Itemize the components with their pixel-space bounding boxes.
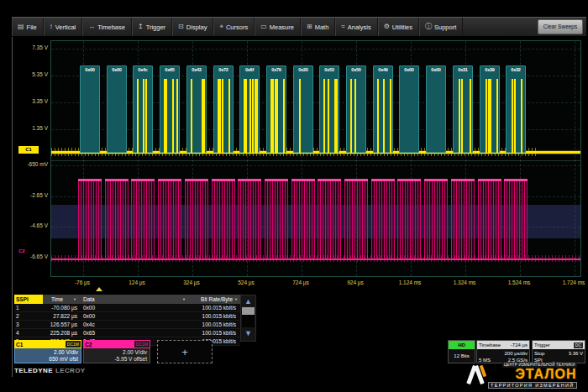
menu-label-utilities: Utilities: [392, 24, 412, 31]
table-row[interactable]: 4225.208 µs0x65100.015 kbit/s: [14, 329, 240, 337]
table-row[interactable]: 3126.557 µs0x4c100.015 kbit/s: [14, 321, 240, 329]
add-channel-button[interactable]: +: [157, 340, 213, 363]
grid-divider: [51, 160, 580, 161]
c1-descriptor-header: C1 DC1M: [14, 340, 81, 348]
c1-data-spike: [323, 79, 325, 153]
gear-icon: ⚙: [384, 24, 390, 30]
c1-data-spike: [459, 79, 460, 153]
gridline-horizontal: [51, 102, 580, 103]
c1-data-spike: [496, 79, 498, 153]
column-header-data[interactable]: Data▼: [77, 295, 186, 304]
trigger-position-marker[interactable]: [96, 287, 102, 291]
x-axis-tick-label: 324 µs: [183, 280, 200, 285]
c1-data-spike: [336, 79, 338, 153]
clear-sweeps-button[interactable]: Clear Sweeps: [538, 19, 583, 34]
y-axis-tick-label: -2.65 V: [12, 192, 48, 198]
cell-index: 4: [14, 330, 43, 336]
spi-decode-byte-value: 0x00: [108, 67, 126, 72]
sort-arrow-icon[interactable]: ▼: [73, 297, 76, 301]
spi-decode-byte-value: 0x00: [81, 67, 99, 72]
c2-clock-burst: [291, 179, 315, 259]
menu-item-support[interactable]: ⓘSupport: [419, 18, 463, 36]
c1-data-spike: [256, 79, 258, 153]
c2-channel-tag[interactable]: C2: [18, 248, 25, 253]
watermark-brand: ЭТАЛОН: [515, 368, 576, 382]
table-row[interactable]: 1-70.080 µs0x00100.015 kbit/s: [14, 304, 240, 312]
c2-clock-burst: [424, 179, 448, 259]
menu-item-trigger[interactable]: ↥Trigger: [132, 18, 172, 36]
table-scrollbar[interactable]: ▲ ▼: [240, 295, 256, 342]
y-axis-tick-label: 7.35 V: [12, 44, 48, 50]
decode-table-header[interactable]: SSPITime▼Data▼Bit Rate/Byte▼: [14, 295, 240, 304]
menu-bar: ▤File↕Vertical↔Timebase↥Trigger⊡Display⌖…: [12, 17, 586, 37]
c1-data-spike: [470, 79, 471, 153]
timebase-delay: -724 µs: [511, 342, 528, 348]
scroll-up-icon[interactable]: ▲: [241, 295, 255, 307]
hd-header: HD: [449, 341, 475, 349]
trigger-edge-icon: ↥: [138, 24, 144, 30]
menu-label-file: File: [27, 24, 37, 31]
menu-item-utilities[interactable]: ⚙Utilities: [378, 18, 419, 36]
c2-clock-burst: [158, 179, 181, 259]
c1-data-spike: [390, 79, 391, 153]
c1-data-spike: [228, 79, 230, 153]
c2-settings: 2.00 V/div -5.95 V offset: [83, 348, 150, 363]
spi-decode-byte-box: 0x00: [426, 65, 446, 153]
menu-item-cursors[interactable]: ⌖Cursors: [213, 18, 255, 36]
y-axis-tick-label: -6.65 V: [12, 253, 48, 259]
c1-data-spike: [219, 79, 221, 153]
menu-label-cursors: Cursors: [226, 24, 248, 31]
cell-data: 0x00: [77, 305, 186, 311]
cell-data: 0x4c: [77, 321, 186, 327]
menu-item-analysis[interactable]: ≈Analysis: [335, 18, 377, 36]
cell-data: 0x65: [77, 330, 186, 336]
spi-decode-table[interactable]: SSPITime▼Data▼Bit Rate/Byte▼ 1-70.080 µs…: [14, 295, 240, 346]
column-header-bit-rate-byte[interactable]: Bit Rate/Byte▼: [186, 295, 240, 304]
gridline-horizontal: [51, 49, 580, 50]
menu-item-file[interactable]: ▤File: [12, 18, 44, 36]
plus-icon: +: [181, 346, 188, 358]
c2-clock-burst: [371, 179, 395, 259]
table-row[interactable]: 227.822 µs0x00100.015 kbit/s: [14, 312, 240, 321]
spi-decode-byte-value: 0x00: [427, 67, 445, 72]
c1-data-spike: [272, 79, 274, 153]
menu-item-timebase[interactable]: ↔Timebase: [82, 18, 132, 36]
c1-data-spike: [191, 79, 192, 153]
c1-data-spike: [249, 79, 251, 153]
c1-data-spike: [137, 79, 139, 153]
ruler-icon: ▭: [260, 24, 267, 30]
sort-arrow-icon[interactable]: ▼: [234, 297, 238, 301]
x-axis-tick-label: 1.524 ms: [508, 280, 531, 285]
c1-data-spike: [354, 79, 356, 153]
c1-descriptor-box[interactable]: C1 DC1M 2.00 V/div 650 mV ofst: [14, 340, 81, 363]
trigger-header: Trigger DC: [533, 341, 585, 349]
x-axis-tick-label: 924 µs: [347, 280, 364, 285]
c2-descriptor-header: C2 DC1M: [83, 340, 150, 348]
spi-decode-byte-box: 0x32: [506, 65, 526, 153]
c1-data-spike: [176, 79, 178, 153]
c2-descriptor-box[interactable]: C2 DC1M 2.00 V/div -5.95 V offset: [83, 340, 150, 363]
x-axis-tick-label: 524 µs: [238, 280, 255, 285]
spi-decode-byte-box: 0x20: [293, 65, 313, 153]
cell-data: 0x00: [77, 313, 186, 319]
spi-decode-byte-box: 0x00: [80, 65, 100, 153]
vertical-arrows-icon: ↕: [50, 24, 53, 30]
etalon-watermark: ЦЕНТР ИЗМЕРИТЕЛЬНОЙ ТЕХНИКИ ЭТАЛОН ТЕРРИ…: [467, 358, 586, 392]
decode-table-tab[interactable]: SSPI: [14, 295, 43, 304]
cell-time: 126.557 µs: [43, 321, 77, 327]
menu-item-vertical[interactable]: ↕Vertical: [44, 18, 83, 36]
c1-channel-tag[interactable]: C1: [18, 146, 39, 154]
timebase-title: Timebase: [479, 342, 501, 348]
x-axis-tick-label: 1.324 ms: [454, 280, 476, 285]
menu-item-display[interactable]: ⊡Display: [172, 18, 213, 36]
menu-item-math[interactable]: ⊞Math: [301, 18, 335, 36]
scroll-down-icon[interactable]: ▼: [241, 327, 255, 339]
spi-decode-byte-value: 0x49: [374, 67, 392, 72]
scroll-track[interactable]: [242, 315, 255, 327]
timebase-scale: 200 µs/div: [479, 350, 528, 357]
sort-arrow-icon[interactable]: ▼: [182, 297, 186, 301]
column-header-time[interactable]: Time▼: [43, 295, 77, 304]
scroll-thumb[interactable]: [242, 307, 255, 315]
cell-bitrate: 100.015 kbit/s: [186, 313, 240, 319]
menu-item-measure[interactable]: ▭Measure: [255, 18, 301, 36]
